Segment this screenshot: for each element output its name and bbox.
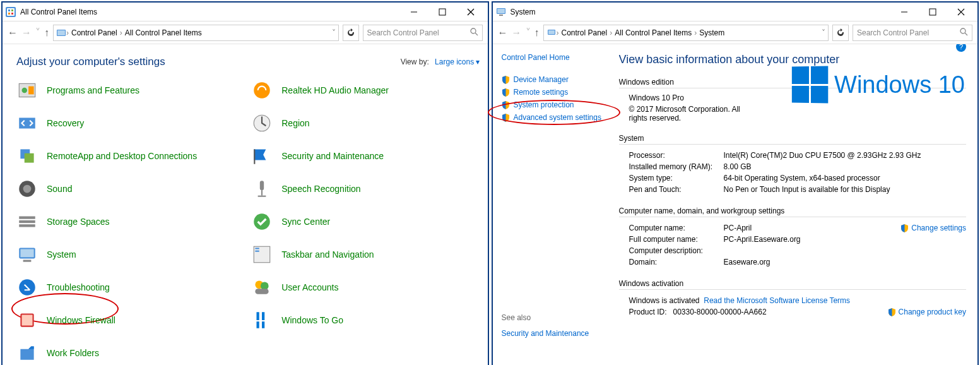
recent-dropdown[interactable]: ˅ — [35, 27, 40, 39]
windows-edition-group: Windows edition Windows 10 Windows 10 Pr… — [619, 78, 967, 123]
item-icon — [16, 309, 38, 331]
up-button[interactable]: ↑ — [44, 27, 49, 39]
cp-item-user-accounts[interactable]: User Accounts — [251, 277, 480, 298]
sidebar-link-device-manager[interactable]: Device Manager — [502, 73, 613, 86]
item-label: Storage Spaces — [47, 217, 110, 227]
svg-rect-47 — [262, 321, 264, 328]
see-also-link[interactable]: Security and Maintenance — [502, 327, 613, 340]
svg-rect-56 — [548, 30, 555, 34]
svg-rect-3 — [11, 9, 13, 11]
back-button[interactable]: ← — [498, 27, 508, 39]
search-placeholder: Search Control Panel — [857, 28, 929, 37]
shield-icon — [502, 88, 510, 97]
forward-button[interactable]: → — [21, 27, 32, 39]
cp-item-windows-firewall[interactable]: Windows Firewall — [16, 309, 245, 331]
svg-rect-4 — [8, 13, 10, 15]
svg-point-12 — [471, 28, 476, 33]
cp-item-sound[interactable]: Sound — [16, 178, 245, 200]
recent-dropdown[interactable]: ˅ — [526, 27, 531, 39]
cp-item-security-and-maintenance[interactable]: Security and Maintenance — [251, 145, 480, 167]
address-bar[interactable]: › Control Panel › All Control Panel Item… — [543, 25, 829, 41]
control-panel-home-link[interactable]: Control Panel Home — [502, 53, 613, 62]
cp-item-remoteapp-and-desktop-connections[interactable]: RemoteApp and Desktop Connections — [16, 145, 245, 167]
page-heading: Adjust your computer's settings — [16, 56, 401, 68]
license-terms-link[interactable]: Read the Microsoft Software License Term… — [704, 296, 850, 305]
item-icon — [16, 80, 38, 101]
cp-item-system[interactable]: System — [16, 244, 245, 265]
breadcrumb[interactable]: Control Panel — [559, 28, 610, 37]
svg-rect-26 — [261, 190, 263, 196]
search-icon — [470, 28, 478, 38]
maximize-button[interactable] — [918, 3, 947, 21]
cp-item-storage-spaces[interactable]: Storage Spaces — [16, 211, 245, 232]
nav-row: ← → ˅ ↑ › Control Panel › All Control Pa… — [3, 21, 488, 44]
cp-item-windows-to-go[interactable]: Windows To Go — [251, 309, 480, 331]
cp-item-troubleshooting[interactable]: Troubleshooting — [16, 277, 245, 298]
item-icon — [251, 211, 273, 232]
cp-item-speech-recognition[interactable]: Speech Recognition — [251, 178, 480, 200]
svg-line-58 — [965, 33, 967, 35]
shield-icon — [502, 101, 510, 109]
close-button[interactable] — [457, 3, 485, 21]
forward-button[interactable]: → — [512, 27, 522, 39]
titlebar[interactable]: All Control Panel Items — [3, 3, 488, 21]
cp-item-recovery[interactable]: Recovery — [16, 112, 245, 134]
item-label: Programs and Features — [47, 85, 139, 96]
svg-rect-7 — [439, 9, 446, 15]
close-button[interactable] — [947, 3, 975, 21]
cp-item-region[interactable]: Region — [251, 112, 480, 134]
search-input[interactable]: Search Control Panel — [363, 25, 483, 41]
svg-point-24 — [23, 185, 32, 193]
minimize-button[interactable] — [400, 3, 428, 21]
copyright: © 2017 Microsoft Corporation. All rights… — [629, 105, 755, 123]
svg-rect-1 — [7, 8, 15, 16]
page-heading: View basic information about your comput… — [619, 53, 967, 66]
chevron-down-icon[interactable]: ˅ — [332, 28, 336, 37]
system-content: ? View basic information about your comp… — [619, 44, 978, 365]
breadcrumb[interactable]: All Control Panel Items — [612, 28, 694, 37]
breadcrumb[interactable]: Control Panel — [69, 28, 120, 37]
group-heading: Computer name, domain, and workgroup set… — [619, 206, 967, 217]
sidebar-link-system-protection[interactable]: System protection — [502, 99, 613, 111]
sidebar-link-remote-settings[interactable]: Remote settings — [502, 86, 613, 99]
svg-point-15 — [22, 88, 28, 93]
group-heading: System — [619, 134, 967, 145]
refresh-button[interactable] — [343, 25, 359, 41]
change-product-key-link[interactable]: Change product key — [888, 308, 966, 316]
cp-item-realtek-hd-audio-manager[interactable]: Realtek HD Audio Manager — [251, 80, 480, 101]
change-settings-link[interactable]: Change settings — [900, 224, 966, 232]
shield-icon — [888, 308, 896, 316]
svg-rect-30 — [19, 224, 35, 227]
item-label: Troubleshooting — [47, 282, 110, 293]
help-icon[interactable]: ? — [956, 44, 966, 52]
item-icon — [251, 277, 273, 298]
address-bar[interactable]: › Control Panel › All Control Panel Item… — [53, 25, 339, 41]
svg-point-17 — [254, 82, 271, 99]
search-input[interactable]: Search Control Panel — [853, 25, 972, 41]
back-button[interactable]: ← — [8, 27, 18, 39]
item-icon — [16, 244, 38, 265]
system-group: System Processor:Intel(R) Core(TM)2 Duo … — [619, 134, 967, 195]
item-icon — [16, 211, 38, 232]
system-window: System ← → ˅ ↑ › Control Panel › All Con… — [492, 1, 979, 365]
svg-rect-2 — [8, 9, 10, 11]
svg-rect-21 — [25, 153, 34, 163]
titlebar[interactable]: System — [493, 3, 978, 21]
cp-item-programs-and-features[interactable]: Programs and Features — [16, 80, 245, 101]
minimize-button[interactable] — [890, 3, 918, 21]
cp-item-sync-center[interactable]: Sync Center — [251, 211, 480, 232]
svg-rect-5 — [11, 13, 13, 15]
svg-rect-34 — [23, 260, 32, 262]
sidebar-link-advanced-system-settings[interactable]: Advanced system settings — [502, 111, 613, 124]
window-title: System — [511, 8, 890, 16]
cp-item-taskbar-and-navigation[interactable]: Taskbar and Navigation — [251, 244, 480, 265]
breadcrumb[interactable]: System — [697, 28, 727, 37]
item-label: Work Folders — [47, 348, 99, 359]
chevron-down-icon[interactable]: ˅ — [822, 28, 825, 37]
viewby-dropdown[interactable]: Large icons ▾ — [435, 57, 480, 66]
maximize-button[interactable] — [428, 3, 457, 21]
up-button[interactable]: ↑ — [534, 27, 540, 39]
cp-item-work-folders[interactable]: Work Folders — [16, 342, 245, 364]
breadcrumb[interactable]: All Control Panel Items — [122, 28, 204, 37]
refresh-button[interactable] — [832, 25, 849, 41]
